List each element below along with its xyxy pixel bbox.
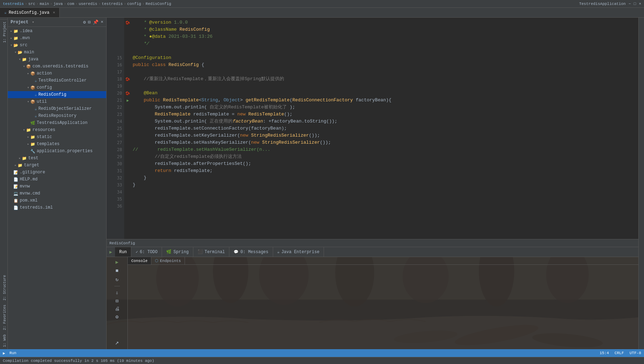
structure-tab-vertical[interactable]: 2: Structure (0, 273, 7, 303)
tab-redis-config[interactable]: ☕ RedisConfig.java × (0, 8, 60, 17)
code-line: * ●@data 2021-03-31 13:26 (131, 33, 638, 40)
line-ending-indicator[interactable]: CRLF (615, 351, 624, 355)
line-num: 26 (107, 132, 124, 139)
code-lines[interactable]: * @version 1.0.0 * @className RedisConfi… (131, 18, 638, 247)
tree-item-mvnw[interactable]: 📝 mvnw (8, 183, 106, 190)
tree-item-helpmd[interactable]: 📄 HELP.md (8, 176, 106, 183)
settings-icon[interactable]: ⚙ (83, 19, 86, 25)
run-play-icon[interactable]: ▶ (115, 259, 118, 265)
split-icon[interactable]: ⊟ (88, 19, 91, 25)
expand-icon[interactable]: ↗ (115, 339, 119, 346)
gutter-run-icon[interactable]: ▶ (124, 97, 131, 104)
line-num (107, 19, 124, 26)
close-panel-icon[interactable]: × (101, 19, 103, 25)
tree-item-config[interactable]: ▾ 📦 config (8, 84, 106, 91)
tree-item-util[interactable]: ▾ 📦 util (8, 98, 106, 105)
tree-item-action[interactable]: ▸ 📦 action (8, 70, 106, 77)
line-num (107, 47, 124, 54)
xml-file-icon: 📋 (13, 198, 18, 203)
tab-close-icon[interactable]: × (53, 11, 55, 15)
terminal-tab-label: Terminal (205, 250, 225, 255)
filter-icon[interactable]: ⊟ (115, 298, 118, 304)
project-tree: ▸ 📁 .idea ▸ 📁 .mvn ▾ 📂 src ▾ 📂 main ▾ (8, 27, 106, 349)
tree-item-gitignore[interactable]: 📝 .gitignore (8, 169, 106, 176)
tree-item-static[interactable]: ▸ 📁 static (8, 133, 106, 141)
tree-item-testrediscontroller[interactable]: ☕ TestRedisController (8, 77, 106, 84)
gutter-config-icon[interactable]: 🫘 (124, 76, 131, 83)
tree-item-test[interactable]: ▸ 📁 test (8, 155, 106, 162)
line-num: 29 (107, 153, 124, 160)
endpoints-label: Endpoints (160, 259, 181, 263)
tree-item-redisobjectserializer[interactable]: ☕ RedisObjectSerializer (8, 105, 106, 112)
tree-item-main[interactable]: ▾ 📂 main (8, 49, 106, 56)
close-icon[interactable]: × (639, 2, 641, 6)
console-label: Console (131, 259, 148, 263)
tab-java-enterprise[interactable]: ☕ Java Enterprise (273, 247, 324, 257)
tab-spring[interactable]: 🌿 Spring (162, 247, 193, 257)
print-icon[interactable]: 🖨 (115, 306, 120, 312)
gutter-bean-icon[interactable]: 🫘 (124, 19, 131, 26)
tree-item-application-properties[interactable]: 🔧 application.properties (8, 148, 106, 155)
folder-icon: 📁 (22, 156, 27, 161)
run-status-icon[interactable]: ▶ (3, 351, 5, 356)
content-area: 1: Project 2: Structure 2: Favorites 1: … (0, 18, 644, 349)
line-num: 36 (107, 203, 124, 210)
tree-item-redisconfig[interactable]: ☕ RedisConfig (8, 91, 106, 98)
tree-item-pomxml[interactable]: 📋 pom.xml (8, 197, 106, 204)
scroll-to-end-icon[interactable]: ⇩ (115, 290, 118, 296)
encoding-indicator[interactable]: UTF-8 (630, 351, 641, 355)
tab-todo[interactable]: ✓ 6: TODO (131, 247, 162, 257)
spring-boot-icon: 🌿 (30, 121, 35, 125)
tree-item-target[interactable]: ▸ 📁 target (8, 162, 106, 169)
code-line (131, 83, 638, 90)
tree-item-src[interactable]: ▾ 📂 src (8, 42, 106, 49)
run-controls: ▶ (107, 247, 115, 257)
breadcrumb-text: RedisConfig (109, 241, 135, 245)
tree-item-java[interactable]: ▾ 📁 java (8, 56, 106, 63)
run-stop-icon[interactable]: ■ (115, 268, 118, 274)
run-restart-icon[interactable]: ↻ (115, 276, 118, 282)
tab-messages[interactable]: 💬 0: Messages (229, 247, 273, 257)
endpoints-sub-tab[interactable]: ⬡ Endpoints (151, 257, 185, 264)
status-left: ▶ Run (3, 351, 16, 356)
tree-item-mvnwcmd[interactable]: 💻 mvnw.cmd (8, 190, 106, 197)
tab-run[interactable]: Run (115, 247, 132, 257)
line-num: 24 (107, 118, 124, 125)
play-icon[interactable]: ▶ (109, 249, 112, 255)
code-line: @Configuration (131, 54, 638, 61)
project-dropdown-icon[interactable]: ▾ (32, 20, 34, 24)
tree-item-redisrepository[interactable]: ☕ RedisRepository (8, 112, 106, 119)
pin-icon[interactable]: 📌 (93, 19, 98, 25)
todo-tab-icon: ✓ (136, 250, 138, 254)
code-scroll-container[interactable]: 15 16 17 18 19 20 21 22 23 24 25 26 27 2… (107, 18, 638, 247)
tab-terminal[interactable]: ⬛ Terminal (193, 247, 230, 257)
tree-item-com-useredis[interactable]: ▾ 📦 com.useredis.testredis (8, 63, 106, 70)
package-icon: 📦 (26, 64, 31, 69)
project-tab-vertical[interactable]: 1: Project (0, 19, 7, 45)
tree-item-templates[interactable]: ▸ 📁 templates (8, 141, 106, 148)
gear-icon[interactable]: ⚙ (115, 314, 118, 320)
java-enterprise-tab-label: Java Enterprise (281, 250, 319, 255)
favorites-tab-vertical[interactable]: 2: Favorites (0, 303, 7, 332)
run-content-area: Console ⬡ Endpoints (128, 257, 638, 349)
endpoints-icon: ⬡ (155, 258, 158, 263)
console-sub-tab[interactable]: Console (128, 257, 151, 264)
web-tab-vertical[interactable]: 1: Web (0, 332, 7, 349)
useredis-segment: useredis (79, 2, 97, 6)
editor-area[interactable]: 15 16 17 18 19 20 21 22 23 24 25 26 27 2… (107, 18, 638, 247)
tree-item-testrediesiml[interactable]: 📄 testredis.iml (8, 204, 106, 211)
tree-item-testredisapplication[interactable]: 🌿 TestredisApplication (8, 119, 106, 126)
minimize-icon[interactable]: − (628, 2, 631, 6)
line-num: 32 (107, 174, 124, 181)
src-segment: src (28, 2, 35, 6)
com-segment: com (67, 2, 74, 6)
gutter-method-icon[interactable]: 🫘 (124, 90, 131, 97)
folder-icon: 📁 (13, 29, 18, 34)
project-name: testredis (3, 2, 24, 6)
tree-item-idea[interactable]: ▸ 📁 .idea (8, 28, 106, 35)
tree-item-resources[interactable]: ▾ 📁 resources (8, 126, 106, 133)
maximize-icon[interactable]: □ (634, 2, 636, 6)
iml-file-icon: 📄 (13, 205, 18, 210)
tree-item-mvn[interactable]: ▸ 📁 .mvn (8, 35, 106, 42)
package-icon: 📦 (30, 100, 35, 104)
